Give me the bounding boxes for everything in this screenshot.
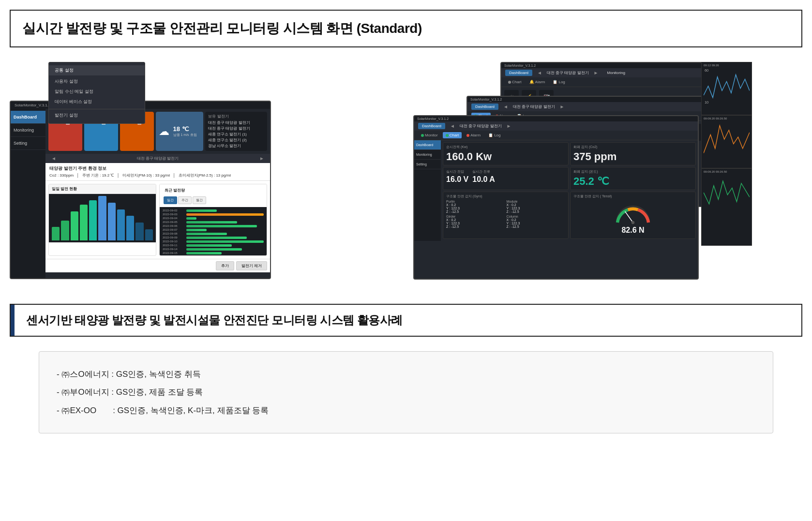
sidebar-dashboard[interactable]: DashBoard — [11, 111, 45, 124]
girder-y: Y : 122.3 — [446, 222, 505, 225]
date-1: 2022-09-03 — [163, 213, 184, 216]
front-chart-label: Chart — [450, 133, 459, 137]
front-monitor-tab[interactable]: Monitor — [418, 132, 441, 138]
alarm-bell-icon: 🔔 — [529, 80, 534, 84]
back2-dashboard-btn[interactable]: DashBoard — [505, 70, 532, 76]
plant-item-3[interactable]: 새종 연구소 발전기 (2) — [208, 137, 264, 143]
bottom-title-container: 센서기반 태양광 발전량 및 발전시설물 안전진단 모니터링 시스템 활용사례 — [10, 304, 802, 337]
env-pm10: 미세먼지(PM-10) : 33 pg/ml — [122, 173, 170, 178]
gyro-module: Module X : 0.2 Y : 122.3 Z : -12.5 — [507, 200, 566, 213]
date-7: 2022-09-09 — [163, 236, 184, 239]
back2-chart-label: Chart — [512, 80, 522, 84]
weather-box: ☁ 18 ℃ 남풍 1 m/s 흐림 — [156, 112, 204, 151]
date-10: 2022-09-14 — [163, 248, 184, 251]
back1-dashboard-btn[interactable]: DashBoard — [471, 104, 498, 110]
back2-log-tab[interactable]: 📋 Log — [550, 79, 568, 85]
plant-item-1[interactable]: 대전 중구 태양광 발전기 — [208, 126, 264, 132]
bar-2 — [61, 221, 69, 240]
use-case-box: - ㈜스O에너지 : GS인증, 녹색인증 취득 - ㈜부O에너지 : GS인증… — [39, 351, 773, 433]
co2-card: 화폐 감지 (Co2) 375 ppm — [570, 142, 696, 165]
sidebar-setting[interactable]: Setting — [11, 137, 45, 150]
chart-row-5: 2022-09-07 — [163, 228, 264, 231]
power-card: 순시전력 (Kw) 160.0 Kw — [443, 142, 569, 165]
front-sidebar-setting[interactable]: Setting — [414, 160, 441, 169]
charts-row: 일일 발전 현황 — [45, 181, 270, 259]
temp-label: 화폐 감지 (온도) — [573, 169, 692, 174]
front-sidebar: DashBoard Monitoring Setting — [414, 140, 441, 241]
remove-button[interactable]: 발전기 제거 — [236, 261, 267, 270]
co2-value: 375 ppm — [573, 150, 692, 163]
back1-right-arrow[interactable]: ► — [558, 104, 567, 109]
sidebar-monitoring[interactable]: Monitoring — [11, 124, 45, 137]
purlin-title: Purlin — [446, 200, 505, 203]
svg-point-1 — [632, 221, 634, 224]
front-chart-tab[interactable]: Chart — [443, 132, 462, 138]
module-x: X : 0.2 — [507, 203, 566, 207]
back2-alarm-tab[interactable]: 🔔 Alarm — [526, 79, 548, 85]
front-dashboard-btn[interactable]: DashBoard — [418, 123, 445, 129]
env-co2-val: Co2 : 330ppm — [49, 173, 74, 178]
back2-chart-tab[interactable]: Chart — [505, 79, 525, 85]
girder-x: X : 0.2 — [446, 218, 505, 222]
power-label: 순시전력 (Kw) — [446, 145, 565, 149]
env-title: 태양광 발전기 주변 환경 정보 — [49, 165, 266, 172]
wind-speed: 1 m/s — [180, 133, 189, 136]
add-button[interactable]: 추가 — [216, 261, 234, 270]
gyro-girder: Girder X : 0.2 Y : 122.3 Z : -12.5 — [446, 215, 505, 228]
front-alarm-label: Alarm — [470, 133, 481, 137]
menu-user-setting[interactable]: 사용자 설정 — [49, 76, 145, 87]
front-sidebar-dashboard[interactable]: DashBoard — [414, 140, 441, 150]
chart-strip-2: 09:09.20 09:26.50 — [702, 116, 752, 169]
chart-row-0: 2022-09-02 — [163, 209, 264, 212]
current-value: 10.0 A — [472, 175, 495, 184]
tab-monthly[interactable]: 월간 — [193, 196, 206, 204]
bar-3 — [71, 211, 78, 240]
front-right-arrow[interactable]: ► — [505, 123, 513, 129]
plant-item-4[interactable]: 경남 사무소 발전기 — [208, 143, 264, 149]
front-left-arrow[interactable]: ◄ — [448, 123, 457, 129]
bar-h-4 — [186, 225, 257, 227]
front-alarm-tab[interactable]: Alarm — [464, 132, 483, 138]
breadcrumb-right-arrow[interactable]: ► — [257, 156, 266, 161]
back2-left-arrow[interactable]: ◄ — [535, 70, 544, 75]
plant-item-0[interactable]: 대전 중구 태양광 발전기 — [208, 120, 264, 126]
back1-left-arrow[interactable]: ◄ — [501, 104, 510, 109]
strip3-chart-svg — [704, 173, 750, 212]
bar-10 — [135, 223, 143, 240]
weather-icon: ☁ — [159, 125, 169, 138]
front-navbar: DashBoard ◄ 대전 중구 태양광 발전기 ► — [414, 121, 698, 131]
column-y: Y : 122.3 — [507, 222, 566, 225]
svg-text:60: 60 — [705, 68, 708, 73]
menu-data-device[interactable]: 데이터 베이스 설정 — [49, 97, 145, 107]
chart-strip-3: 09:09.20 09:26.50 — [702, 169, 752, 222]
front-sidebar-monitoring[interactable]: Monitoring — [414, 150, 441, 160]
breadcrumb-left-arrow[interactable]: ◄ — [49, 156, 58, 161]
front-log-icon: 📋 — [488, 133, 493, 137]
voltage-current-card: 실시간 전압 16.0 V 실시간 전류 10.0 A — [443, 167, 569, 190]
bar-7 — [108, 203, 116, 240]
tab-weekly[interactable]: 주간 — [178, 196, 192, 204]
plant-item-2[interactable]: 새종 연구소 발전기 (1) — [208, 132, 264, 137]
date-8: 2022-09-10 — [163, 240, 184, 243]
current-label: 실시간 전류 — [472, 169, 495, 174]
blue-accent-bar — [11, 305, 15, 336]
front-log-tab[interactable]: 📋 Log — [485, 132, 503, 138]
menu-plant-setting[interactable]: 발전기 설정 — [49, 109, 145, 120]
voltage-current-row: 실시간 전압 16.0 V 실시간 전류 10.0 A — [446, 169, 565, 184]
screenshots-area: 공통 설정 사용자 설정 알림 수신 메일 설정 데이터 베이스 설정 발전기 … — [10, 62, 802, 284]
menu-common-setting[interactable]: 공통 설정 — [49, 65, 145, 75]
back1-topbar: SolarMonitor_V.3.1.2 — [467, 97, 727, 102]
tab-daily[interactable]: 일간 — [164, 196, 177, 204]
chart-row-10: 2022-09-14 — [163, 248, 264, 251]
bottom-title-inner: 센서기반 태양광 발전량 및 발전시설물 안전진단 모니터링 시스템 활용사례 — [15, 305, 414, 336]
bar-h-3 — [186, 221, 237, 223]
back2-monitoring-btn[interactable]: Monitoring — [603, 70, 629, 76]
strip2-chart-svg — [704, 120, 750, 159]
menu-alarm-receiving[interactable]: 알림 수신 메일 설정 — [49, 87, 145, 97]
main-title: 실시간 발전량 및 구조물 안전관리 모니터링 시스템 화면 (Standard… — [22, 19, 790, 38]
module-z: Z : -12.5 — [507, 210, 566, 213]
date-3: 2022-09-05 — [163, 221, 184, 223]
bar-5 — [89, 200, 97, 240]
chart-row-8: 2022-09-10 — [163, 240, 264, 243]
back2-right-arrow[interactable]: ► — [592, 70, 601, 75]
